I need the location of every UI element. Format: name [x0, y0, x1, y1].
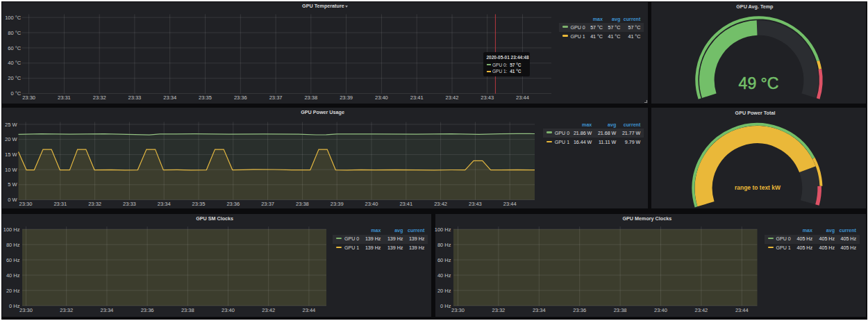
- svg-text:23:44: 23:44: [303, 307, 316, 313]
- svg-text:23:40: 23:40: [222, 307, 235, 313]
- svg-text:23:30: 23:30: [22, 94, 35, 101]
- svg-text:23:41: 23:41: [410, 94, 424, 101]
- svg-text:0 W: 0 W: [8, 197, 17, 203]
- svg-text:23:42: 23:42: [695, 307, 708, 313]
- svg-text:23:37: 23:37: [261, 201, 274, 207]
- svg-text:40 Hz: 40 Hz: [6, 272, 20, 279]
- svg-text:23:31: 23:31: [53, 201, 67, 207]
- svg-text:40 Hz: 40 Hz: [437, 272, 451, 279]
- svg-text:23:36: 23:36: [141, 307, 154, 313]
- svg-text:range to text kW: range to text kW: [735, 184, 781, 191]
- svg-text:0 °C: 0 °C: [11, 90, 22, 97]
- svg-text:23:32: 23:32: [93, 94, 106, 101]
- svg-text:0 Hz: 0 Hz: [9, 303, 20, 309]
- svg-text:23:38: 23:38: [304, 94, 317, 101]
- svg-text:10 W: 10 W: [5, 167, 17, 173]
- svg-text:80 Hz: 80 Hz: [6, 242, 20, 248]
- svg-text:80 Hz: 80 Hz: [437, 242, 451, 248]
- svg-text:20 °C: 20 °C: [8, 75, 21, 81]
- svg-text:23:41: 23:41: [399, 201, 412, 207]
- svg-text:23:37: 23:37: [269, 94, 283, 101]
- svg-text:23:43: 23:43: [481, 94, 494, 101]
- svg-text:23:39: 23:39: [340, 94, 353, 101]
- svg-text:23:44: 23:44: [735, 307, 749, 313]
- svg-text:23:32: 23:32: [88, 201, 101, 207]
- svg-text:60 Hz: 60 Hz: [6, 257, 20, 263]
- svg-text:100 Hz: 100 Hz: [435, 227, 451, 233]
- svg-text:60 °C: 60 °C: [8, 45, 21, 51]
- svg-text:5 W: 5 W: [8, 181, 17, 188]
- svg-text:20 Hz: 20 Hz: [6, 288, 20, 294]
- svg-text:100 °C: 100 °C: [5, 15, 22, 21]
- svg-text:23:30: 23:30: [451, 307, 465, 313]
- svg-text:23:40: 23:40: [375, 94, 388, 101]
- svg-text:23:43: 23:43: [469, 201, 482, 207]
- svg-text:0 Hz: 0 Hz: [440, 303, 451, 309]
- svg-text:23:42: 23:42: [446, 94, 459, 101]
- svg-text:20 Hz: 20 Hz: [437, 288, 451, 294]
- svg-text:23:40: 23:40: [365, 201, 378, 207]
- svg-text:23:34: 23:34: [101, 307, 114, 313]
- svg-text:23:36: 23:36: [234, 94, 247, 101]
- svg-text:100 Hz: 100 Hz: [3, 227, 20, 233]
- svg-text:23:30: 23:30: [19, 307, 33, 313]
- svg-text:23:34: 23:34: [533, 307, 546, 313]
- svg-text:23:32: 23:32: [492, 307, 506, 313]
- svg-text:23:38: 23:38: [296, 201, 309, 207]
- svg-text:23:35: 23:35: [192, 201, 206, 207]
- svg-text:60 Hz: 60 Hz: [437, 257, 451, 263]
- svg-text:23:33: 23:33: [123, 201, 136, 207]
- svg-text:23:39: 23:39: [331, 201, 344, 207]
- svg-text:23:42: 23:42: [262, 307, 275, 313]
- svg-text:23:31: 23:31: [58, 94, 71, 101]
- svg-text:23:38: 23:38: [181, 307, 194, 313]
- svg-text:49 °C: 49 °C: [739, 74, 779, 92]
- svg-text:23:33: 23:33: [128, 94, 142, 101]
- svg-text:80 °C: 80 °C: [8, 30, 21, 36]
- svg-text:23:38: 23:38: [614, 307, 627, 313]
- svg-text:40 °C: 40 °C: [8, 60, 21, 66]
- svg-text:25 W: 25 W: [5, 122, 17, 128]
- svg-text:23:36: 23:36: [226, 201, 240, 207]
- svg-text:23:36: 23:36: [573, 307, 586, 313]
- svg-text:23:30: 23:30: [19, 201, 33, 207]
- svg-text:23:40: 23:40: [654, 307, 667, 313]
- svg-text:23:34: 23:34: [158, 201, 171, 207]
- svg-text:23:32: 23:32: [60, 307, 73, 313]
- svg-text:23:34: 23:34: [163, 94, 176, 101]
- svg-text:23:44: 23:44: [516, 94, 529, 101]
- svg-text:20 W: 20 W: [5, 136, 17, 142]
- svg-text:23:44: 23:44: [503, 201, 517, 207]
- svg-text:23:42: 23:42: [434, 201, 447, 207]
- svg-text:15 W: 15 W: [5, 151, 17, 158]
- svg-text:23:35: 23:35: [199, 94, 212, 101]
